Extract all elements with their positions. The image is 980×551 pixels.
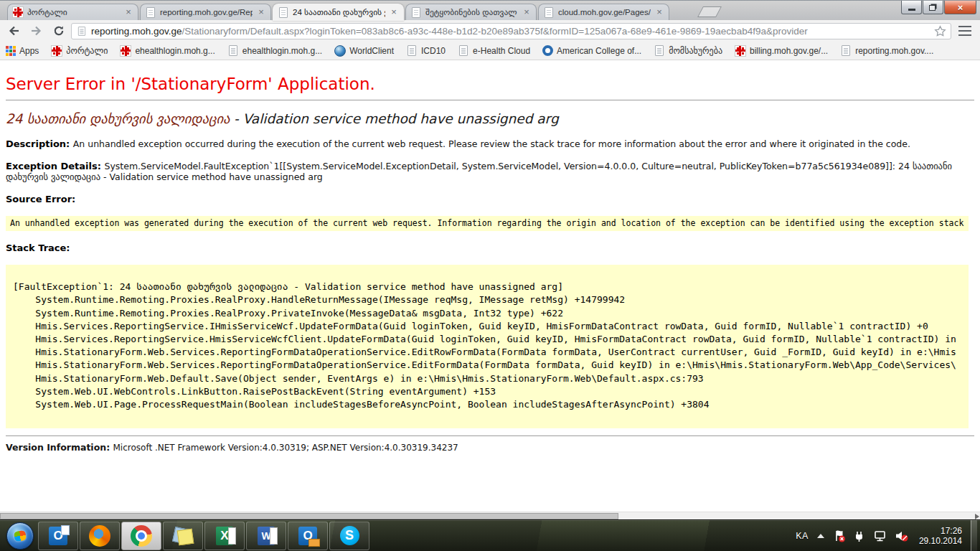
address-bar[interactable]: reporting.moh.gov.ge/Stationaryform/Defa…: [71, 23, 951, 39]
tab-title: cloud.moh.gov.ge/Pages/: [558, 8, 651, 17]
apps-grid-icon: [6, 46, 16, 56]
georgian-flag-icon: [51, 45, 62, 57]
forward-button[interactable]: [27, 22, 46, 40]
exception-details-text: System.ServiceModel.FaultException`1[[Sy…: [6, 161, 952, 182]
bookmark-item[interactable]: billing.moh.gov.ge/...: [735, 45, 828, 57]
error-page: Server Error in '/StationaryForm' Applic…: [0, 60, 980, 519]
bookmark-label: ehealthlogin.moh.g...: [135, 46, 215, 56]
clock[interactable]: 17:26 29.10.2014: [919, 526, 962, 546]
forward-icon: [30, 25, 42, 37]
exception-details-line: Exception Details: System.ServiceModel.F…: [6, 161, 974, 182]
window-controls: [900, 1, 976, 14]
description-label: Description:: [6, 138, 73, 149]
page-icon: [459, 45, 468, 56]
error-subtitle-georgian: 24 საათიანი დახურვის ვალიდაცია: [6, 111, 230, 126]
acp-ring-icon: [542, 45, 553, 56]
bookmark-item[interactable]: Apps: [6, 45, 39, 56]
tab-close-icon[interactable]: [256, 7, 266, 17]
start-button[interactable]: [6, 522, 34, 550]
stack-trace-text: [FaultException`1: 24 საათიანი დახურვის …: [13, 268, 966, 411]
page-icon: [229, 45, 237, 56]
scrollbar-right-arrow-icon[interactable]: [975, 514, 979, 519]
page-icon: [412, 7, 420, 18]
system-tray: KA 17:26: [796, 526, 965, 546]
language-indicator[interactable]: KA: [796, 531, 809, 541]
bookmark-label: American College of...: [557, 46, 641, 56]
action-center-flag-icon[interactable]: [833, 529, 846, 542]
bookmark-label: WorldClient: [349, 46, 394, 56]
source-error-label: Source Error:: [6, 194, 974, 204]
tab-title: 24 საათიანი დახურვის ვ: [293, 7, 385, 17]
tab-title: პორტალი: [27, 7, 120, 17]
restore-button[interactable]: [923, 1, 943, 14]
description-text: An unhandled exception occurred during t…: [73, 138, 910, 149]
close-button[interactable]: [944, 1, 976, 14]
error-title: Server Error in '/StationaryForm' Applic…: [6, 74, 974, 94]
bookmark-item[interactable]: ehealthlogin.moh.g...: [120, 45, 215, 57]
description-line: Description: An unhandled exception occu…: [6, 138, 974, 149]
taskbar-buttons: [37, 522, 370, 550]
georgian-flag-icon: [12, 6, 24, 18]
chrome-menu-button[interactable]: [954, 22, 976, 40]
bookmark-star-icon[interactable]: [934, 25, 946, 37]
outlook-mail-icon: [297, 525, 319, 547]
stack-trace-box: [FaultException`1: 24 საათიანი დახურვის …: [6, 265, 969, 428]
clock-date: 29.10.2014: [919, 536, 962, 546]
bookmark-item[interactable]: American College of...: [542, 45, 641, 56]
tab-strip: პორტალი reporting.moh.gov.ge/Rep 24 საათ…: [0, 1, 980, 21]
tab-title: reporting.moh.gov.ge/Rep: [160, 8, 253, 17]
page-icon: [842, 45, 850, 56]
horizontal-scrollbar[interactable]: [0, 512, 980, 519]
exception-details-label: Exception Details:: [6, 161, 104, 171]
error-subtitle-english: - Validation service method have unassig…: [230, 111, 558, 126]
restore-icon: [929, 5, 936, 11]
source-error-text: An unhandled exception was generated dur…: [10, 218, 969, 228]
bookmark-item[interactable]: ICD10: [406, 45, 446, 56]
power-plug-icon[interactable]: [853, 529, 866, 542]
page-icon: [146, 7, 155, 18]
windows-flag-icon: [14, 529, 27, 541]
reload-button[interactable]: [49, 22, 68, 40]
network-icon[interactable]: [873, 529, 887, 542]
hamburger-menu-icon: [958, 26, 971, 28]
minimize-button[interactable]: [901, 1, 922, 14]
show-desktop-button[interactable]: [971, 520, 977, 551]
bookmark-item[interactable]: WorldClient: [334, 45, 394, 57]
sticky-notes-icon: [172, 525, 194, 547]
taskbar: KA 17:26: [0, 519, 980, 551]
word-icon: [255, 525, 277, 547]
bookmark-label: ICD10: [421, 46, 446, 56]
page-icon: [78, 27, 85, 36]
volume-muted-icon[interactable]: [895, 529, 909, 542]
bookmark-item[interactable]: ehealthlogin.moh.g...: [227, 45, 322, 56]
globe-icon: [334, 45, 346, 57]
scrollbar-thumb[interactable]: [0, 513, 618, 519]
version-info-label: Version Information:: [6, 442, 113, 453]
georgian-flag-icon: [120, 45, 131, 57]
tab-close-icon[interactable]: [522, 7, 532, 17]
url-path: /Stationaryform/Default.aspx?loginToken=…: [182, 26, 808, 37]
back-button[interactable]: [4, 22, 24, 40]
tab-title: შეტყობინების დათვალ: [425, 7, 518, 17]
desktop-screen: პორტალი reporting.moh.gov.ge/Rep 24 საათ…: [0, 0, 980, 551]
minimize-icon: [908, 9, 915, 11]
georgian-flag-icon: [735, 45, 746, 57]
tab-close-icon[interactable]: [389, 7, 399, 17]
tab-close-icon[interactable]: [654, 7, 664, 17]
excel-icon: [214, 525, 235, 547]
bookmark-item[interactable]: e-Health Cloud: [458, 45, 530, 56]
page-icon: [545, 7, 553, 18]
bookmark-item[interactable]: პორტალი: [51, 45, 108, 57]
tab-close-icon[interactable]: [123, 7, 133, 17]
clock-time: 17:26: [919, 526, 962, 536]
bookmark-item[interactable]: reporting.moh.gov....: [840, 45, 933, 56]
bookmark-label: ehealthlogin.moh.g...: [242, 46, 322, 56]
browser-titlebar: პორტალი reporting.moh.gov.ge/Rep 24 საათ…: [0, 0, 980, 20]
page-icon: [407, 45, 416, 56]
bookmark-label: e-Health Cloud: [473, 46, 530, 56]
show-hidden-icons-arrow[interactable]: [817, 534, 824, 538]
bookmark-label: მომსახურება: [669, 46, 722, 56]
bookmark-label: reporting.moh.gov....: [855, 46, 933, 56]
bookmark-item[interactable]: მომსახურება: [654, 45, 722, 56]
skype-icon: [339, 525, 360, 547]
